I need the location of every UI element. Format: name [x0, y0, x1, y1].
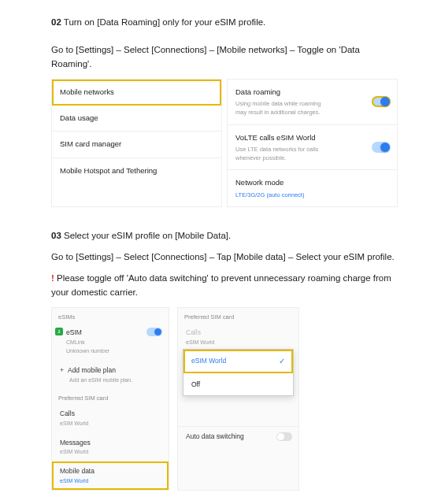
label-option-off: Off	[191, 380, 200, 388]
step-03-title: Select your eSIM profile on [Mobile Data…	[64, 231, 231, 240]
label-esim: eSIM	[66, 328, 82, 336]
label-data-roaming: Data roaming	[235, 87, 389, 98]
toggle-volte[interactable]	[372, 142, 391, 153]
sub-esim-number: Unknown number	[66, 347, 161, 356]
item-calls-left[interactable]: Calls eSIM World	[52, 404, 169, 432]
settings-panel-left: Mobile networks Data usage SIM card mana…	[51, 79, 222, 207]
label-data-usage: Data usage	[60, 113, 213, 124]
option-off[interactable]: Off	[183, 373, 293, 396]
row-data-roaming[interactable]: Data roaming Using mobile data while roa…	[228, 80, 397, 125]
option-esim-world[interactable]: eSIM World ✓	[183, 350, 293, 373]
step-03-heading: 03 Select your eSIM profile on [Mobile D…	[51, 229, 398, 243]
row-sim-card-manager[interactable]: SIM card manager	[52, 132, 221, 158]
item-calls-right: Calls eSIM World	[178, 323, 298, 351]
sub-esim-carrier: CMLink	[66, 339, 161, 347]
label-sim-card-manager: SIM card manager	[60, 139, 213, 150]
sub-add-plan: Add an eSIM mobile plan.	[69, 376, 161, 385]
toggle-auto-data-switching[interactable]	[276, 432, 292, 441]
label-hotspot-tethering: Mobile Hotspot and Tethering	[60, 165, 213, 176]
row-hotspot-tethering[interactable]: Mobile Hotspot and Tethering	[52, 158, 221, 183]
sim-settings-panel-right: Preferred SIM card Calls eSIM World Mess…	[177, 307, 299, 491]
sub-volte: Use LTE data networks for calls whenever…	[235, 145, 330, 163]
step-02-number: 02	[51, 17, 61, 27]
label-add-plan: Add mobile plan	[68, 366, 116, 374]
step-03-instruction: Go to [Settings] – Select [Connections] …	[51, 250, 398, 264]
sub-mobile-data: eSIM World	[60, 477, 161, 486]
label-messages-left: Messages	[60, 439, 91, 447]
label-network-mode: Network mode	[235, 177, 389, 188]
item-add-mobile-plan[interactable]: +Add mobile plan Add an eSIM mobile plan…	[52, 361, 169, 389]
sub-data-roaming: Using mobile data while roaming may resu…	[235, 99, 330, 117]
figure-data-roaming: Mobile networks Data usage SIM card mana…	[51, 79, 398, 207]
warning-text: Please toggle off 'Auto data switching' …	[51, 273, 391, 296]
sub-messages-left: eSIM World	[60, 448, 161, 457]
sub-calls-right: eSIM World	[186, 339, 291, 347]
sim-settings-panel-left: eSIMs 2 eSIM CMLink Unknown number +Add …	[51, 307, 169, 491]
sub-calls-left: eSIM World	[60, 420, 161, 428]
section-esims: eSIMs	[52, 308, 169, 323]
label-mobile-networks: Mobile networks	[60, 87, 213, 98]
step-03-warning: ! Please toggle off 'Auto data switching…	[51, 272, 398, 299]
step-03-number: 03	[51, 231, 61, 240]
section-preferred-sim-left: Preferred SIM card	[52, 389, 169, 404]
toggle-esim[interactable]	[146, 328, 162, 336]
sim-badge-icon: 2	[55, 328, 63, 335]
label-option-esim-world: eSIM World	[191, 357, 226, 365]
item-messages-left[interactable]: Messages eSIM World	[52, 433, 169, 461]
figure-mobile-data: eSIMs 2 eSIM CMLink Unknown number +Add …	[51, 307, 398, 491]
label-calls-left: Calls	[60, 410, 75, 417]
item-auto-data-switching[interactable]: Auto data switching	[178, 426, 298, 447]
label-calls-right: Calls	[186, 328, 201, 336]
label-auto-data-switching: Auto data switching	[186, 432, 244, 440]
check-icon: ✓	[279, 355, 285, 367]
plus-icon: +	[60, 366, 64, 374]
step-02-heading: 02 Turn on [Data Roaming] only for your …	[51, 16, 398, 29]
sub-network-mode: LTE/3G/2G (auto connect)	[235, 191, 389, 199]
settings-panel-right: Data roaming Using mobile data while roa…	[227, 79, 398, 207]
step-02-instruction: Go to [Settings] – Select [Connections] …	[51, 43, 398, 71]
toggle-data-roaming[interactable]	[372, 96, 391, 107]
label-mobile-data: Mobile data	[60, 467, 94, 475]
mobile-data-dropdown: eSIM World ✓ Off	[183, 349, 294, 397]
item-esim[interactable]: 2 eSIM CMLink Unknown number	[52, 323, 169, 361]
section-preferred-sim-right: Preferred SIM card	[178, 308, 298, 323]
item-mobile-data[interactable]: Mobile data eSIM World	[52, 461, 169, 490]
row-mobile-networks[interactable]: Mobile networks	[52, 80, 221, 106]
label-volte: VoLTE calls eSIM World	[235, 132, 389, 143]
row-volte[interactable]: VoLTE calls eSIM World Use LTE data netw…	[228, 125, 397, 171]
row-data-usage[interactable]: Data usage	[52, 106, 221, 132]
step-02-title: Turn on [Data Roaming] only for your eSI…	[64, 17, 266, 27]
row-network-mode[interactable]: Network mode LTE/3G/2G (auto connect)	[228, 170, 397, 206]
